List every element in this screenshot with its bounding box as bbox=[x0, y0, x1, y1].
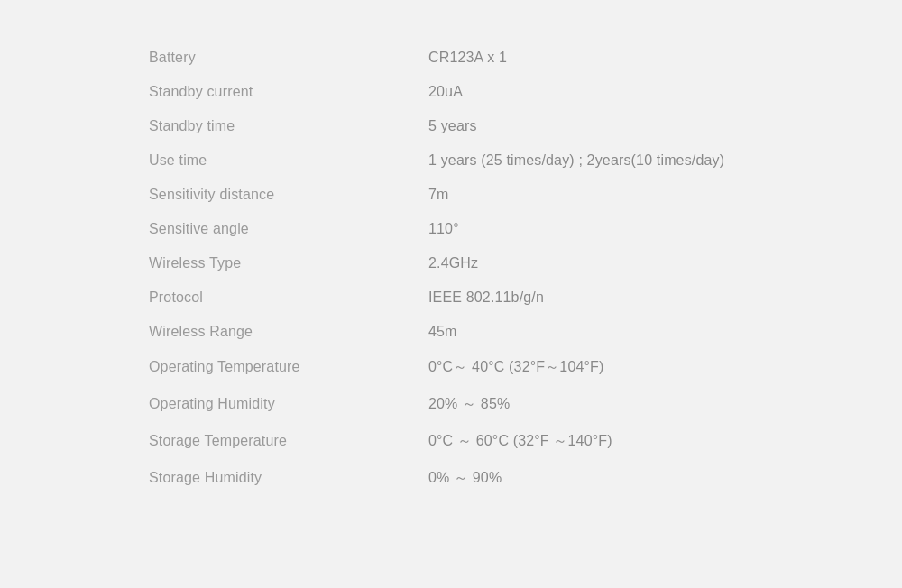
spec-row: ProtocolIEEE 802.11b/g/n bbox=[149, 280, 902, 315]
spec-value: 45m bbox=[428, 324, 457, 340]
spec-row: BatteryCR123A x 1 bbox=[149, 41, 902, 75]
spec-row: Operating Humidity20% ～ 85% bbox=[149, 386, 902, 423]
spec-label: Storage Temperature bbox=[149, 433, 428, 449]
spec-row: Use time1 years (25 times/day) ; 2years(… bbox=[149, 143, 902, 178]
spec-value: IEEE 802.11b/g/n bbox=[428, 289, 544, 306]
spec-label: Sensitivity distance bbox=[149, 187, 428, 203]
spec-value: 20% ～ 85% bbox=[428, 395, 510, 414]
spec-value: 5 years bbox=[428, 118, 477, 134]
spec-label: Standby time bbox=[149, 118, 428, 134]
spec-value: 0°C ～ 60°C (32°F ～140°F) bbox=[428, 432, 612, 451]
spec-value: 20uA bbox=[428, 84, 463, 100]
spec-value: CR123A x 1 bbox=[428, 50, 507, 66]
spec-label: Battery bbox=[149, 50, 428, 66]
spec-row: Wireless Range45m bbox=[149, 315, 902, 349]
spec-label: Operating Humidity bbox=[149, 396, 428, 412]
spec-row: Sensitivity distance7m bbox=[149, 178, 902, 212]
spec-row: Sensitive angle110° bbox=[149, 212, 902, 246]
spec-label: Standby current bbox=[149, 84, 428, 100]
spec-label: Wireless Type bbox=[149, 255, 428, 271]
spec-value: 0% ～ 90% bbox=[428, 469, 502, 488]
spec-label: Sensitive angle bbox=[149, 221, 428, 237]
specs-container: BatteryCR123A x 1Standby current20uAStan… bbox=[0, 0, 902, 537]
spec-label: Operating Temperature bbox=[149, 359, 428, 375]
spec-label: Use time bbox=[149, 152, 428, 169]
spec-row: Storage Temperature0°C ～ 60°C (32°F ～140… bbox=[149, 423, 902, 460]
spec-row: Standby current20uA bbox=[149, 75, 902, 109]
spec-value: 2.4GHz bbox=[428, 255, 478, 271]
spec-row: Storage Humidity0% ～ 90% bbox=[149, 460, 902, 497]
spec-label: Wireless Range bbox=[149, 324, 428, 340]
spec-value: 0°C～ 40°C (32°F～104°F) bbox=[428, 358, 604, 377]
spec-value: 110° bbox=[428, 221, 459, 237]
spec-row: Wireless Type2.4GHz bbox=[149, 246, 902, 280]
spec-label: Protocol bbox=[149, 289, 428, 306]
spec-value: 7m bbox=[428, 187, 449, 203]
spec-label: Storage Humidity bbox=[149, 470, 428, 486]
spec-row: Standby time5 years bbox=[149, 109, 902, 143]
spec-row: Operating Temperature0°C～ 40°C (32°F～104… bbox=[149, 349, 902, 386]
spec-value: 1 years (25 times/day) ; 2years(10 times… bbox=[428, 152, 724, 169]
